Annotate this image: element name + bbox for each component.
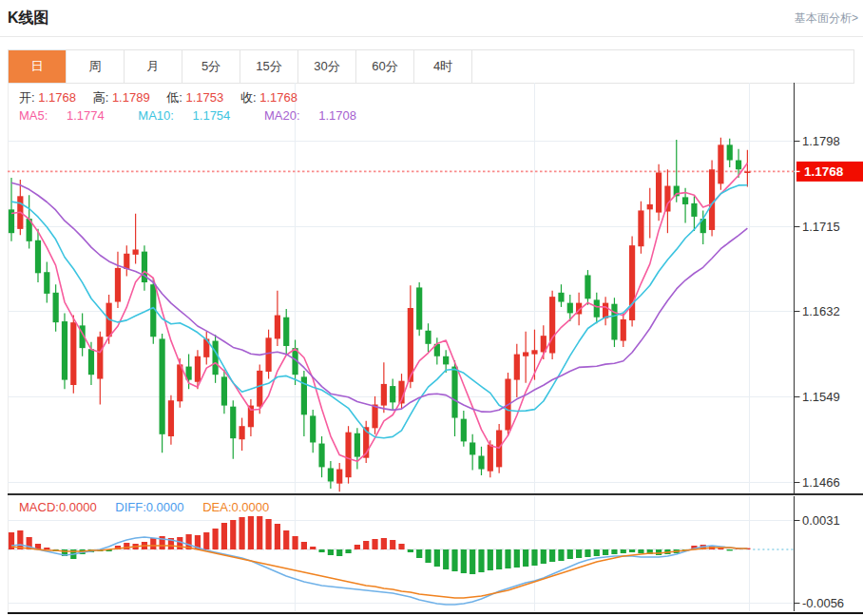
tab-月[interactable]: 月	[125, 50, 182, 83]
page-title: K线图	[8, 9, 49, 29]
diff-line	[11, 537, 747, 605]
candle-body	[115, 268, 121, 302]
macd-value: MACD:0.0000	[19, 500, 97, 514]
macd-bar	[257, 516, 262, 549]
open-value: 1.1768	[38, 90, 76, 105]
macd-bar	[567, 549, 573, 559]
header-divider	[0, 36, 863, 37]
candle-body	[727, 144, 733, 160]
candle-body	[656, 172, 662, 212]
macd-bar	[318, 549, 324, 552]
candle-body	[629, 245, 635, 320]
macd-bar	[514, 549, 520, 568]
macd-bar	[248, 516, 254, 549]
main-gridlines	[8, 83, 794, 494]
macd-bar	[505, 549, 510, 568]
macd-bar	[328, 549, 334, 555]
candle-body	[381, 384, 387, 406]
macd-bar	[461, 549, 467, 573]
tab-周[interactable]: 周	[67, 50, 125, 83]
main-chart-canvas[interactable]: 1.17981.17151.16321.15491.14661.1768 开: …	[8, 83, 863, 494]
macd-bar	[381, 538, 387, 549]
candle-body	[638, 210, 643, 246]
tab-日[interactable]: 日	[9, 50, 67, 83]
macd-bar	[203, 532, 209, 549]
macd-bar	[301, 542, 307, 549]
candle-body	[221, 376, 227, 405]
candle-body	[736, 161, 741, 170]
candlesticks	[9, 138, 751, 492]
candle-body	[62, 321, 67, 380]
tab-4时[interactable]: 4时	[414, 50, 472, 83]
candle-body	[310, 415, 316, 442]
ma10-legend: MA10: 1.1754	[138, 108, 245, 123]
macd-bar	[727, 549, 733, 550]
dea-value: DEA:0.0000	[202, 500, 269, 514]
fundamental-analysis-link[interactable]: 基本面分析>	[795, 10, 858, 27]
macd-chart-canvas[interactable]: 0.0031-0.0056 MACD:0.0000 DIFF:0.0000 DE…	[8, 496, 863, 611]
candle-body	[53, 293, 59, 322]
candlestick-chart: 1.17981.17151.16321.15491.14661.1768	[8, 83, 863, 494]
macd-bar	[558, 549, 564, 561]
dea-line	[11, 546, 747, 598]
macd-bar	[221, 523, 227, 549]
macd-bar	[549, 549, 555, 562]
low-label: 低:	[166, 90, 182, 105]
macd-bar	[603, 549, 608, 555]
candle-body	[212, 341, 218, 375]
candle-body	[523, 352, 528, 356]
macd-bar	[594, 549, 600, 556]
candle-body	[177, 364, 182, 401]
macd-bar	[265, 519, 271, 549]
current-price-badge-label: 1.1768	[804, 164, 844, 179]
candle-body	[585, 275, 590, 298]
candle-body	[531, 350, 537, 354]
candle-body	[594, 299, 600, 317]
candle-body	[70, 322, 76, 385]
price-tick-label: 1.1549	[802, 390, 840, 404]
candle-body	[328, 468, 334, 481]
candle-body	[44, 272, 49, 294]
candle-body	[416, 287, 422, 329]
ma20-line	[11, 183, 747, 412]
tab-30分[interactable]: 30分	[298, 50, 356, 83]
candle-body	[603, 303, 608, 318]
macd-bar	[239, 517, 244, 549]
price-tick-label: 1.1715	[802, 220, 840, 234]
ma5-line	[11, 164, 747, 462]
macd-bar	[656, 549, 662, 555]
candle-body	[372, 405, 377, 429]
ma20-legend: MA20: 1.1708	[264, 108, 372, 123]
macd-bar	[470, 549, 475, 574]
tab-60分[interactable]: 60分	[356, 50, 414, 83]
macd-bar	[398, 544, 404, 549]
candle-body	[124, 254, 129, 269]
ma-legend: MA5: 1.1774 MA10: 1.1754 MA20: 1.1708	[19, 108, 387, 123]
macd-bar	[638, 549, 643, 553]
candle-body	[97, 337, 103, 378]
ohlc-legend: 开: 1.1768 高: 1.1789 低: 1.1753 收: 1.1768	[19, 89, 311, 106]
macd-bar	[611, 549, 617, 554]
macd-histogram	[9, 516, 751, 574]
price-tick-label: 1.1466	[802, 475, 840, 490]
tab-15分[interactable]: 15分	[240, 50, 298, 83]
candle-body	[470, 442, 475, 454]
candle-body	[336, 470, 342, 484]
macd-bar	[443, 549, 449, 569]
candle-body	[461, 419, 467, 442]
macd-bar	[541, 549, 547, 564]
candle-body	[549, 297, 555, 353]
candle-body	[425, 331, 431, 344]
candle-body	[283, 318, 289, 346]
macd-bar	[629, 549, 635, 552]
macd-bar	[177, 537, 182, 549]
candle-body	[133, 249, 139, 254]
macd-bar	[416, 549, 422, 558]
macd-tick-label: -0.0056	[802, 596, 844, 610]
candle-body	[682, 197, 688, 204]
tab-5分[interactable]: 5分	[182, 50, 240, 83]
macd-legend: MACD:0.0000 DIFF:0.0000 DEA:0.0000	[19, 500, 284, 514]
price-tick-label: 1.1798	[802, 134, 840, 148]
candle-body	[558, 293, 564, 302]
macd-bar	[408, 549, 413, 552]
